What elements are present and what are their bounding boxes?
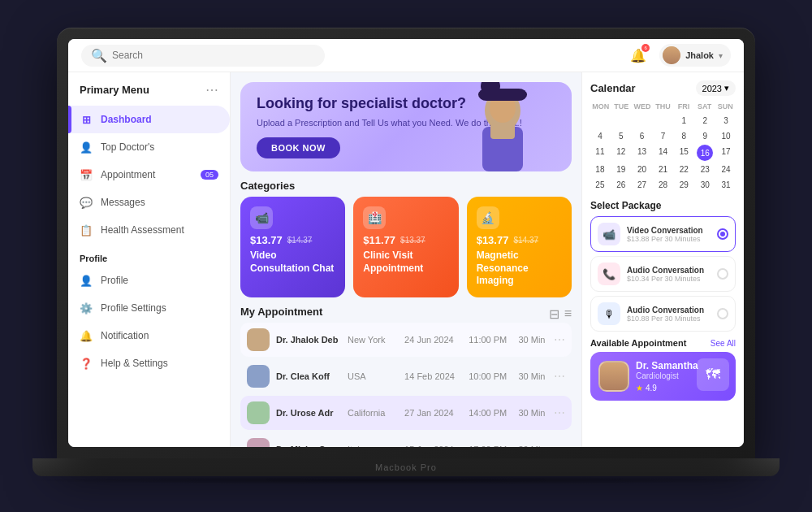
sidebar-item-dashboard[interactable]: ⊞ Dashboard [68, 106, 230, 133]
category-magnetic-resonance[interactable]: 🔬 $13.77 $14.37 Magnetic Resonance Imagi… [467, 197, 572, 297]
sidebar-item-top-doctors[interactable]: 👤 Top Doctor's [68, 133, 230, 161]
available-appointment-header: Available Appointment See All [590, 338, 736, 348]
calendar-day[interactable]: 24 [716, 163, 736, 176]
calendar-day[interactable]: 31 [716, 178, 736, 192]
appointment-more-button[interactable]: ⋯ [554, 370, 565, 383]
calendar-day[interactable]: 19 [611, 163, 631, 176]
sidebar-item-profile-settings[interactable]: ⚙️ Profile Settings [68, 294, 230, 322]
calendar-day[interactable]: 3 [716, 114, 736, 128]
doctor-rating-row: ★ 4.9 [636, 384, 698, 393]
calendar-day[interactable]: 16 [697, 145, 713, 161]
calendar-day[interactable]: 17 [716, 145, 736, 161]
appointment-time: 10:00 PM [469, 371, 512, 381]
package-price: $10.88 Per 30 Minutes [627, 315, 710, 323]
search-box[interactable]: 🔍 [81, 45, 325, 67]
calendar-day[interactable]: 4 [590, 129, 610, 143]
calendar-day[interactable]: 21 [654, 163, 673, 176]
user-name: Jhalok [685, 50, 714, 60]
package-name: Video Conversation [627, 226, 710, 235]
calendar-day[interactable]: 29 [674, 178, 693, 192]
settings-icon: ⚙️ [80, 302, 93, 315]
map-icon: 🗺 [697, 358, 729, 391]
categories-title: Categories [240, 180, 572, 192]
appointment-more-button[interactable]: ⋯ [554, 333, 565, 346]
calendar-day[interactable]: 15 [674, 145, 693, 161]
appointment-more-button[interactable]: ⋯ [554, 443, 565, 447]
package-icon: 📞 [598, 263, 620, 285]
appointment-duration: 30 Min [518, 408, 547, 418]
cat-price-row: $13.77 $14.37 [477, 234, 562, 246]
package-name: Audio Conversation [627, 306, 710, 315]
calendar-day[interactable]: 26 [611, 178, 631, 192]
package-item[interactable]: 📞 Audio Conversation $10.34 Per 30 Minut… [590, 256, 736, 292]
calendar-day[interactable]: 1 [674, 114, 693, 128]
appointment-location: New York [348, 335, 398, 345]
calendar-day[interactable]: 7 [654, 129, 673, 143]
doctor-name: Dr. Samantha [636, 360, 698, 371]
see-all-link[interactable]: See All [710, 339, 736, 348]
appointment-row[interactable]: Dr. Mishu Gwu Italy 15 Jan 2024 17:00 PM… [240, 432, 572, 447]
doctor-avatar [598, 361, 629, 392]
sidebar-item-help-settings[interactable]: ❓ Help & Settings [68, 349, 230, 377]
calendar-day[interactable]: 25 [590, 178, 610, 192]
calendar-year-button[interactable]: 2023 ▾ [696, 80, 736, 96]
calendar-day[interactable]: 5 [611, 129, 631, 143]
calendar-day[interactable]: 6 [633, 129, 652, 143]
package-radio[interactable] [717, 228, 728, 240]
help-icon: ❓ [80, 357, 93, 370]
sidebar-item-label: Profile [101, 275, 128, 286]
package-radio[interactable] [717, 268, 728, 280]
notification-icon-button[interactable]: 🔔 6 [627, 44, 650, 67]
cat-label: Magnetic Resonance Imaging [477, 249, 562, 288]
calendar-day[interactable]: 13 [633, 145, 652, 161]
calendar-day[interactable]: 8 [674, 129, 693, 143]
category-clinic-visit[interactable]: 🏥 $11.77 $13.37 Clinic Visit Appointment [353, 197, 458, 297]
calendar-day[interactable]: 14 [654, 145, 673, 161]
calendar-day[interactable]: 27 [633, 178, 652, 192]
package-item[interactable]: 🎙 Audio Conversation $10.88 Per 30 Minut… [590, 296, 736, 332]
sidebar-item-profile[interactable]: 👤 Profile [68, 267, 230, 294]
package-radio[interactable] [717, 308, 728, 319]
calendar-day[interactable]: 30 [695, 178, 715, 192]
calendar-chevron-icon: ▾ [724, 83, 729, 93]
appointment-location: USA [348, 371, 398, 381]
appointment-row[interactable]: Dr. Clea Koff USA 14 Feb 2024 10:00 PM 3… [240, 359, 572, 393]
calendar-day[interactable]: 28 [654, 178, 673, 192]
dashboard-icon: ⊞ [80, 113, 93, 126]
calendar-day[interactable]: 12 [611, 145, 631, 161]
calendar-day[interactable]: 2 [695, 114, 715, 128]
calendar-day[interactable]: 23 [695, 163, 715, 176]
available-doctor-card[interactable]: 🗺 Dr. Samantha Cardiologist ★ 4.9 [590, 352, 736, 401]
calendar-day[interactable]: 11 [590, 145, 610, 161]
appointment-time: 14:00 PM [469, 408, 512, 418]
calendar-day[interactable]: 10 [716, 129, 736, 143]
package-item[interactable]: 📹 Video Conversation $13.88 Per 30 Minut… [590, 216, 736, 252]
app-header: 🔍 🔔 6 Jhalok ▾ [68, 39, 744, 72]
category-video-consultation[interactable]: 📹 $13.77 $14.37 Video Consultation Chat [240, 197, 345, 297]
available-appointment-title: Available Appointment [590, 338, 686, 348]
calendar-day [633, 114, 652, 128]
sidebar-item-notification[interactable]: 🔔 Notification [68, 322, 230, 349]
appointment-row[interactable]: Dr. Urose Adr California 27 Jan 2024 14:… [240, 396, 572, 430]
sidebar-dots-icon[interactable]: ⋯ [205, 82, 218, 98]
appointment-row[interactable]: Dr. Jhalok Deb New York 24 Jun 2024 11:0… [240, 323, 572, 357]
appt-grid-icon[interactable]: ⊟ [549, 306, 559, 322]
calendar-day[interactable]: 18 [590, 163, 610, 176]
sidebar-item-appointment[interactable]: 📅 Appointment 05 [68, 161, 230, 189]
sidebar-item-label: Profile Settings [101, 302, 166, 314]
sidebar-item-messages[interactable]: 💬 Messages [68, 189, 230, 216]
calendar-day[interactable]: 20 [633, 163, 652, 176]
appt-list-icon[interactable]: ≡ [564, 306, 572, 322]
calendar-day[interactable]: 22 [674, 163, 693, 176]
search-input[interactable] [112, 50, 315, 61]
appointment-date: 14 Feb 2024 [404, 371, 462, 381]
hero-banner: Looking for specialist doctor? Upload a … [240, 82, 572, 171]
book-now-button[interactable]: BOOK NOW [257, 137, 340, 158]
calendar-day[interactable]: 9 [695, 129, 715, 143]
sidebar-item-health-assessment[interactable]: 📋 Health Assessment [68, 216, 230, 244]
right-panel: Calendar 2023 ▾ MONTUEWEDTHUFRISATSUN 12… [581, 72, 744, 447]
user-menu[interactable]: Jhalok ▾ [659, 44, 731, 67]
package-info: Audio Conversation $10.34 Per 30 Minutes [627, 266, 710, 283]
health-icon: 📋 [80, 223, 93, 236]
appointment-more-button[interactable]: ⋯ [554, 406, 565, 419]
